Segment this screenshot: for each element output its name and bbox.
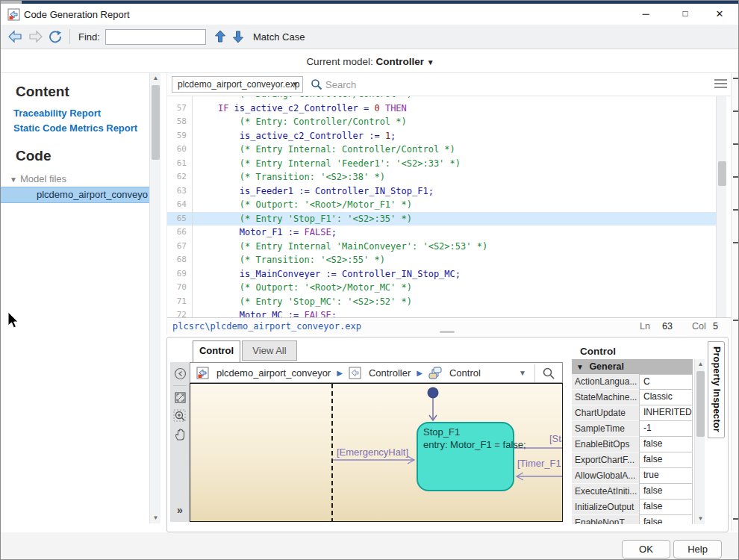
find-previous-icon[interactable]: [213, 29, 228, 44]
dropdown-caret-icon[interactable]: ▼: [427, 58, 434, 66]
property-section-general[interactable]: ▼ General: [572, 359, 693, 374]
file-dropdown[interactable]: plcdemo_airport_conveyor.exp ▼: [172, 76, 303, 93]
code-line-60[interactable]: 60 (* Entry Internal: Controller/Control…: [167, 143, 716, 157]
refresh-icon[interactable]: [47, 29, 63, 44]
code-view-panel: plcdemo_airport_conveyor.exp ▼ 56 (* Dur…: [166, 73, 731, 335]
property-name: StateMachine...: [572, 390, 639, 405]
sidebar-scrollbar[interactable]: ▲ ▼: [149, 73, 160, 523]
code-line-67[interactable]: 67 (* Entry Internal 'MainConveyer': '<S…: [167, 240, 716, 254]
transition-label-timer[interactable]: [Timer_F1: [517, 458, 561, 469]
code-line-69[interactable]: 69 is_MainConveyer := Controller_IN_Stop…: [167, 267, 716, 281]
scroll-down-icon[interactable]: ▼: [695, 514, 706, 524]
line-number: 59: [167, 129, 193, 143]
ok-button[interactable]: OK: [622, 540, 670, 559]
tab-control[interactable]: Control: [193, 340, 240, 362]
property-value[interactable]: INHERITED: [639, 405, 693, 421]
scrollbar-thumb[interactable]: [696, 371, 705, 437]
dialog-footer: OK Help: [1, 532, 739, 560]
code-line-61[interactable]: 61 (* Entry Internal 'Feeder1': '<S2>:33…: [167, 157, 716, 171]
breadcrumb-item-plcdemo_airport_conveyor[interactable]: plcdemo_airport_conveyor: [196, 367, 331, 379]
scroll-up-icon[interactable]: ▲: [695, 359, 706, 370]
current-model-value[interactable]: Controller: [375, 56, 424, 67]
state-stop-f1[interactable]: Stop_F1 entry: Motor_F1 = false;: [417, 422, 514, 491]
code-area[interactable]: 56 (* During: Controller/Control *)57 IF…: [167, 96, 716, 317]
breadcrumb-item-controller[interactable]: Controller: [349, 367, 411, 379]
code-line-70[interactable]: 70 (* Outport: '<Root>/Motor_MC' *): [167, 281, 716, 295]
property-row-chartupdate: ChartUpdateINHERITED: [572, 405, 693, 421]
code-line-58[interactable]: 58 (* Entry: Controller/Control *): [167, 115, 716, 129]
code-heading: Code: [16, 148, 52, 164]
expand-toolstrip-icon[interactable]: »: [170, 504, 190, 516]
code-line-57[interactable]: 57 IF is_active_c2_Controller = 0 THEN: [167, 102, 716, 116]
property-scrollbar[interactable]: ▲ ▼: [694, 359, 705, 524]
code-line-66[interactable]: 66 Motor_F1 := FALSE;: [167, 225, 716, 240]
find-next-icon[interactable]: [231, 29, 246, 44]
collapse-triangle-icon[interactable]: ▼: [576, 363, 584, 371]
help-button[interactable]: Help: [673, 540, 722, 559]
scroll-marker-strip[interactable]: [731, 73, 739, 531]
code-text: (* Entry Internal 'Feeder1': '<S2>:33' *…: [193, 157, 461, 171]
forward-icon[interactable]: [28, 29, 44, 44]
code-line-59[interactable]: 59 is_active_c2_Controller := 1;: [167, 129, 716, 143]
maximize-icon[interactable]: □: [671, 4, 699, 24]
line-number: 58: [167, 115, 193, 129]
transition-label-emergencyhalt[interactable]: [EmergencyHalt]: [337, 447, 408, 458]
traceability-report-link[interactable]: Traceability Report: [13, 108, 101, 119]
code-scrollbar[interactable]: [716, 96, 726, 317]
scrollbar-thumb[interactable]: [152, 85, 160, 160]
code-text: (* Entry 'Stop_MC': '<S2>:52' *): [193, 295, 412, 309]
scrollbar-thumb[interactable]: [718, 161, 726, 186]
breadcrumb-chevron-icon: ▶: [337, 369, 343, 377]
code-line-72[interactable]: 72 Motor_MC := FALSE;: [167, 308, 716, 317]
match-case-option[interactable]: Match Case: [253, 31, 305, 43]
code-line-68[interactable]: 68 (* Transition: '<S2>:55' *): [167, 253, 716, 267]
property-value[interactable]: -1: [639, 421, 693, 437]
pan-hand-icon[interactable]: [174, 428, 187, 441]
property-value[interactable]: false: [639, 452, 693, 468]
property-value[interactable]: C: [639, 374, 693, 390]
code-search-input[interactable]: [325, 77, 699, 92]
property-value[interactable]: false: [639, 484, 693, 500]
zoom-in-icon[interactable]: [173, 409, 187, 423]
property-value[interactable]: Classic: [639, 390, 693, 405]
property-value[interactable]: false: [639, 515, 693, 524]
sidebar-item-model-file[interactable]: plcdemo_airport_conveyo: [1, 187, 149, 203]
property-value[interactable]: false: [639, 500, 693, 515]
scroll-up-icon[interactable]: ▲: [150, 73, 161, 84]
collapse-triangle-icon[interactable]: ▼: [10, 175, 17, 184]
transition-label-start[interactable]: [Sta: [549, 433, 563, 444]
property-row-sampletime: SampleTime-1: [572, 421, 693, 437]
line-number: 62: [167, 170, 193, 184]
property-name: ExecuteAtIniti...: [572, 484, 639, 500]
code-line-63[interactable]: 63 is_Feeder1 := Controller_IN_Stop_F1;: [167, 184, 716, 199]
code-text: (* Entry Internal 'MainConveyer': '<S2>:…: [193, 240, 487, 254]
panel-splitter-handle[interactable]: [440, 331, 455, 333]
breadcrumb-dropdown-icon[interactable]: ▼: [519, 369, 526, 377]
model-files-group[interactable]: ▼Model files: [10, 173, 66, 184]
back-circle-icon[interactable]: [174, 367, 187, 380]
property-value[interactable]: false: [639, 437, 693, 452]
close-icon[interactable]: ✕: [705, 4, 734, 24]
code-line-64[interactable]: 64 (* Outport: '<Root>/Motor_F1' *): [167, 198, 716, 212]
back-icon[interactable]: [7, 29, 23, 44]
minimize-icon[interactable]: ─: [632, 4, 660, 24]
find-label: Find:: [78, 31, 100, 43]
code-line-65[interactable]: 65 (* Entry 'Stop_F1': '<S2>:35' *): [167, 212, 716, 226]
tab-view-all[interactable]: View All: [242, 340, 297, 361]
breadcrumb-item-control[interactable]: Control: [428, 367, 481, 379]
tab-property-inspector[interactable]: Property Inspector: [708, 341, 725, 438]
fit-to-view-icon[interactable]: [174, 391, 187, 404]
code-line-71[interactable]: 71 (* Entry 'Stop_MC': '<S2>:52' *): [167, 295, 716, 309]
menu-icon[interactable]: [714, 79, 727, 90]
line-number: 70: [167, 281, 193, 295]
code-line-62[interactable]: 62 (* Transition: '<S2>:38' *): [167, 170, 716, 184]
property-value[interactable]: true: [639, 468, 693, 484]
line-number: 57: [167, 102, 193, 116]
static-code-metrics-link[interactable]: Static Code Metrics Report: [13, 122, 137, 134]
scroll-down-icon[interactable]: ▼: [150, 513, 161, 523]
dropdown-caret-icon: ▼: [292, 77, 299, 92]
find-input[interactable]: [105, 29, 206, 45]
stateflow-chart-canvas[interactable]: Stop_F1 entry: Motor_F1 = false; [Emerge…: [190, 383, 563, 522]
search-icon[interactable]: [542, 367, 555, 380]
file-path: plcsrc\plcdemo_airport_conveyor.exp: [172, 319, 361, 335]
